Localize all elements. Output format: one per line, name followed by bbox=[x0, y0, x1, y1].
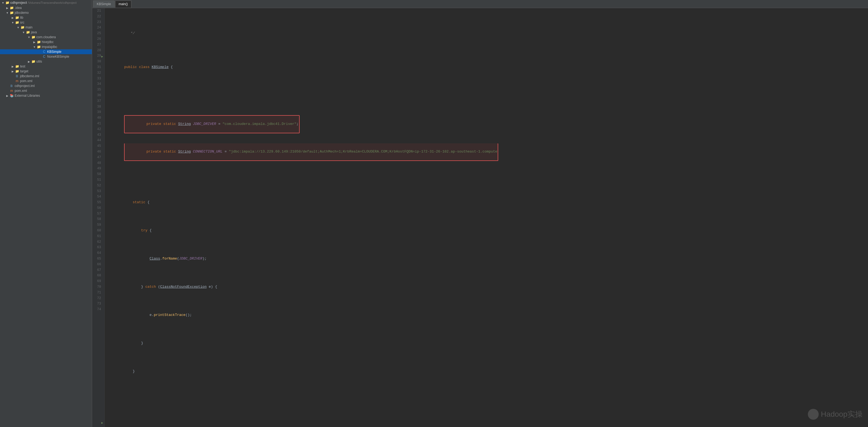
dot-29: . bbox=[160, 256, 162, 261]
pom-root-label: pom.xml bbox=[14, 89, 27, 93]
indent-28 bbox=[124, 228, 141, 233]
kw-static-24: static bbox=[163, 122, 178, 126]
ln-22: 22 bbox=[92, 14, 102, 20]
code-line-24: private static String JDBC_DRIVER = "com… bbox=[107, 110, 868, 115]
folder-icon: 📁 bbox=[26, 30, 30, 34]
ln-32: 32 bbox=[92, 70, 102, 76]
ln-46: 46 bbox=[92, 149, 102, 155]
jdbcdemo-arrow: ▼ bbox=[5, 11, 9, 14]
method-forname-29: forName bbox=[162, 256, 177, 261]
ln-65: 65 bbox=[92, 256, 102, 262]
sidebar-item-cdhproject-iml[interactable]: ▶ 🗎 cdhproject.iml bbox=[0, 84, 92, 88]
code-line-34 bbox=[107, 391, 868, 397]
kw-catch-30: catch bbox=[145, 285, 156, 289]
pom-icon: m bbox=[14, 79, 20, 83]
ln-59: 59 bbox=[92, 222, 102, 228]
ln-23: 23 bbox=[92, 20, 102, 25]
tab-kbsimple[interactable]: KBSimple bbox=[93, 1, 115, 8]
tab-main[interactable]: main() bbox=[115, 1, 131, 8]
target-label: target bbox=[20, 69, 28, 73]
sidebar-item-pom-root[interactable]: ▶ m pom.xml bbox=[0, 88, 92, 93]
sidebar-item-lib[interactable]: ▶ 📁 lib bbox=[0, 15, 92, 20]
sidebar-item-test[interactable]: ▶ 📁 test bbox=[0, 64, 92, 69]
sidebar-item-pom-jdbcdemo[interactable]: ▶ m pom.xml bbox=[0, 79, 92, 84]
close-31: (); bbox=[186, 313, 192, 317]
class-icon: C bbox=[42, 50, 46, 54]
sidebar-item-kbsimple[interactable]: ▶ C KBSimple bbox=[0, 49, 92, 54]
target-arrow: ▶ bbox=[11, 70, 14, 73]
indent-31: e. bbox=[124, 313, 154, 317]
code-editor[interactable]: */ ▶ public class KBSimple { private sta… bbox=[104, 8, 868, 427]
ln-27: 27 bbox=[92, 42, 102, 48]
folder-icon: 📁 bbox=[9, 6, 14, 10]
editor-area: KBSimple main() 21 22 23 24 25 26 27 28 … bbox=[92, 0, 868, 427]
impala-arrow: ▼ bbox=[32, 45, 36, 49]
nonekbsimple-label: NoneKBSimple bbox=[46, 55, 69, 59]
ln-56: 56 bbox=[92, 205, 102, 211]
tab-kbsimple-label: KBSimple bbox=[97, 2, 111, 6]
folder-icon: 📁 bbox=[14, 69, 20, 73]
ext-icon: 📚 bbox=[9, 94, 14, 97]
code-line-32: } bbox=[107, 335, 868, 341]
java-arrow: ▼ bbox=[22, 31, 26, 34]
project-root[interactable]: ▼ 📁 cdhproject /Volumes/Transcend/work/c… bbox=[0, 0, 92, 5]
lib-arrow: ▶ bbox=[11, 16, 14, 19]
kw-class-22: class bbox=[139, 65, 152, 69]
kw-private-24: private bbox=[146, 122, 163, 126]
folder-icon: 📁 bbox=[31, 35, 36, 39]
sidebar-item-hivejdbc[interactable]: ▶ 📁 hivejdbc bbox=[0, 39, 92, 44]
sidebar-item-jdbcdemo[interactable]: ▼ 📁 jdbcdemo bbox=[0, 10, 92, 15]
utils-arrow: ▶ bbox=[27, 60, 31, 63]
java-label: java bbox=[30, 30, 37, 34]
file-tree[interactable]: ▼ 📁 cdhproject /Volumes/Transcend/work/c… bbox=[0, 0, 92, 427]
sidebar-item-ext-libs[interactable]: ▶ 📚 External Libraries bbox=[0, 93, 92, 98]
com-label: com.cloudera bbox=[36, 35, 56, 39]
jdbcdemo-label: jdbcdemo bbox=[14, 11, 29, 14]
sidebar-item-impalajdbc[interactable]: ▼ 📁 impalajdbc bbox=[0, 44, 92, 49]
cdhproject-iml-label: cdhproject.iml bbox=[14, 84, 35, 88]
sidebar-item-src[interactable]: ▼ 📁 src bbox=[0, 20, 92, 25]
root-label: cdhproject /Volumes/Transcend/work/cdhpr… bbox=[10, 1, 77, 5]
hive-label: hivejdbc bbox=[41, 40, 54, 44]
ln-31: 31 bbox=[92, 64, 102, 70]
folder-icon: 📁 bbox=[36, 45, 41, 49]
sidebar-item-main[interactable]: ▼ 📁 main bbox=[0, 25, 92, 30]
ln-33: 33 bbox=[92, 76, 102, 82]
ln-40: 40 bbox=[92, 115, 102, 121]
line-numbers: 21 22 23 24 25 26 27 28 29 30 31 32 33 3… bbox=[92, 8, 104, 427]
close-32: } bbox=[124, 341, 143, 345]
test-arrow: ▶ bbox=[11, 65, 14, 68]
ln-49: 49 bbox=[92, 166, 102, 172]
folder-icon: 📁 bbox=[14, 16, 20, 20]
str-conn-url: "jdbc:impala://13.229.60.149:21050/defau… bbox=[229, 150, 497, 154]
code-container[interactable]: 21 22 23 24 25 26 27 28 29 30 31 32 33 3… bbox=[92, 8, 868, 427]
sidebar-item-jdbcdemo-iml[interactable]: ▶ 🗎 jdbcdemo.iml bbox=[0, 74, 92, 79]
ln-48: 48 bbox=[92, 160, 102, 166]
field-conn: CONNECTION_URL bbox=[191, 150, 222, 154]
sidebar-item-com-cloudera[interactable]: ▼ 📁 com.cloudera bbox=[0, 35, 92, 39]
ext-label: External Libraries bbox=[14, 94, 40, 97]
str-jdbc-driver: "com.cloudera.impala.jdbc41.Driver" bbox=[222, 122, 297, 126]
folder-icon: 📁 bbox=[20, 26, 25, 29]
test-label: test bbox=[20, 64, 25, 68]
sidebar-item-java[interactable]: ▼ 📁 java bbox=[0, 30, 92, 35]
idea-arrow: ▶ bbox=[5, 6, 9, 9]
comment-21: */ bbox=[124, 31, 135, 35]
ln-72: 72 bbox=[92, 296, 102, 301]
ln-47: 47 bbox=[92, 155, 102, 160]
ln-67: 67 bbox=[92, 267, 102, 273]
sidebar-item-idea[interactable]: ▶ 📁 .idea bbox=[0, 5, 92, 10]
src-label: src bbox=[20, 21, 24, 24]
kw-try-28: try bbox=[141, 228, 147, 233]
sidebar-item-utils[interactable]: ▶ 📁 utils bbox=[0, 59, 92, 64]
code-line-26 bbox=[107, 166, 868, 172]
iml-icon: 🗎 bbox=[9, 84, 14, 88]
ln-64: 64 bbox=[92, 250, 102, 256]
arrow-22: ▶ bbox=[101, 54, 103, 60]
sidebar-item-nonekbsimple[interactable]: ▶ C NoneKBSimple bbox=[0, 54, 92, 59]
arrow-35: ▶ bbox=[101, 420, 103, 426]
ln-43: 43 bbox=[92, 132, 102, 138]
code-line-31: e.printStackTrace(); bbox=[107, 307, 868, 312]
folder-icon: 📁 bbox=[31, 60, 36, 63]
sidebar-item-target[interactable]: ▶ 📁 target bbox=[0, 69, 92, 74]
